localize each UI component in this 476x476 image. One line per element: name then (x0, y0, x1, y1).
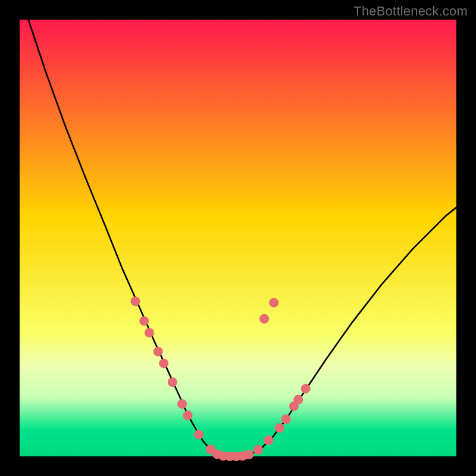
marker-point (177, 399, 187, 409)
marker-point (168, 377, 177, 387)
marker-point (244, 450, 253, 459)
marker-point (275, 423, 284, 433)
marker-point (194, 430, 203, 439)
marker-point (259, 314, 269, 324)
marker-point (293, 395, 303, 405)
marker-point (301, 384, 311, 393)
marker-point (183, 411, 193, 420)
plot-background (20, 20, 456, 456)
marker-point (131, 296, 140, 306)
marker-point (281, 415, 291, 424)
marker-point (139, 316, 149, 325)
marker-point (145, 328, 154, 337)
chart-stage: TheBottleneck.com (0, 0, 476, 476)
bottleneck-chart (0, 0, 476, 476)
marker-point (159, 359, 168, 368)
marker-point (269, 298, 278, 308)
marker-point (253, 445, 263, 455)
marker-point (264, 436, 273, 445)
marker-point (154, 347, 163, 356)
